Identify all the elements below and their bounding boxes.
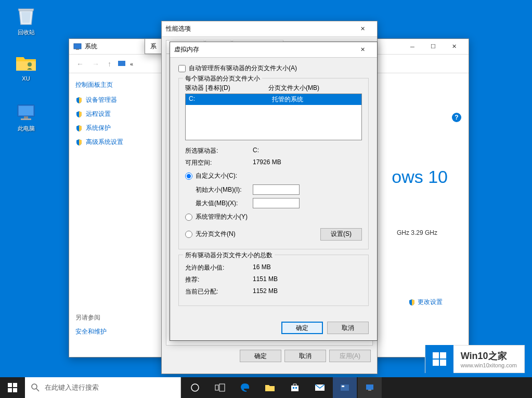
cancel-button[interactable]: 取消	[284, 350, 326, 362]
svg-rect-26	[342, 386, 344, 387]
set-button[interactable]: 设置(S)	[320, 228, 362, 241]
close-button[interactable]: ✕	[352, 22, 373, 36]
perf-title: 性能选项	[166, 24, 191, 33]
search-input[interactable]: 在此键入进行搜索	[25, 377, 181, 398]
shield-icon	[75, 139, 83, 146]
control-panel-icon[interactable]	[358, 377, 382, 398]
search-icon	[31, 383, 40, 392]
system-sidebar: 控制面板主页 设备管理器 远程设置 系统保护 高级系统设置 另请参阅 安全和维护	[69, 73, 147, 357]
maximize-button[interactable]: ☐	[423, 39, 444, 54]
no-paging-input[interactable]	[185, 231, 192, 238]
min-allowed-label: 允许的最小值:	[185, 263, 253, 272]
selected-drive-value: C:	[253, 147, 259, 155]
svg-point-18	[191, 384, 199, 391]
per-drive-group: 每个驱动器的分页文件大小 驱动器 [卷标](D) 分页文件大小(MB) C: 托…	[178, 78, 369, 249]
svg-point-0	[28, 62, 32, 67]
svg-rect-14	[8, 388, 12, 392]
vm-titlebar[interactable]: 虚拟内存 ✕	[170, 42, 377, 58]
totals-legend: 所有驱动器分页文件大小的总数	[183, 251, 275, 260]
system-managed-label: 系统管理的大小(Y)	[196, 213, 248, 221]
minimize-button[interactable]: ─	[402, 39, 423, 54]
ok-button[interactable]: 确定	[240, 350, 281, 362]
recommended-value: 1151 MB	[253, 275, 278, 284]
svg-rect-19	[215, 385, 218, 390]
windows-icon	[8, 383, 17, 392]
svg-rect-27	[366, 384, 373, 390]
this-pc[interactable]: 此电脑	[8, 101, 44, 132]
cancel-button[interactable]: 取消	[327, 322, 369, 334]
no-paging-radio[interactable]: 无分页文件(N)	[185, 230, 320, 238]
drive-col-header: 驱动器 [卷标](D)	[185, 84, 268, 92]
back-arrow-icon[interactable]: ←	[74, 58, 86, 70]
shield-icon	[75, 97, 83, 104]
svg-rect-22	[293, 387, 294, 389]
shield-icon	[408, 299, 416, 306]
start-button[interactable]	[0, 377, 25, 398]
svg-rect-2	[19, 106, 33, 115]
windows10-logo: ows 10	[392, 167, 448, 187]
pc-breadcrumb-icon	[118, 60, 126, 68]
cortana-icon[interactable]	[183, 377, 207, 398]
totals-group: 所有驱动器分页文件大小的总数 允许的最小值: 16 MB 推荐: 1151 MB…	[178, 255, 369, 306]
max-size-input[interactable]	[253, 198, 300, 208]
vm-title: 虚拟内存	[174, 45, 199, 54]
sidebar-item-advanced[interactable]: 高级系统设置	[75, 138, 141, 147]
svg-rect-13	[13, 383, 17, 387]
per-drive-legend: 每个驱动器的分页文件大小	[183, 74, 262, 83]
change-settings-link[interactable]: 更改设置	[408, 298, 443, 307]
custom-size-input[interactable]	[185, 173, 192, 180]
min-allowed-value: 16 MB	[253, 263, 271, 272]
svg-rect-4	[21, 118, 31, 120]
recycle-bin[interactable]: 回收站	[8, 5, 44, 36]
taskbar: 在此键入进行搜索	[0, 377, 532, 398]
allocated-value: 1152 MB	[253, 287, 278, 296]
system-managed-input[interactable]	[185, 214, 192, 221]
task-view-icon[interactable]	[208, 377, 232, 398]
auto-manage-input[interactable]	[178, 65, 186, 72]
mail-icon[interactable]	[308, 377, 332, 398]
ok-button[interactable]: 确定	[281, 322, 323, 334]
system-managed-radio[interactable]: 系统管理的大小(Y)	[185, 213, 362, 221]
shield-icon	[75, 125, 83, 132]
max-size-label: 最大值(MB)(X):	[196, 199, 253, 208]
explorer-icon[interactable]	[258, 377, 282, 398]
user-folder[interactable]: XU	[8, 52, 44, 82]
forward-arrow-icon[interactable]: →	[90, 58, 101, 70]
sidebar-item-protection[interactable]: 系统保护	[75, 124, 141, 132]
sidebar-item-device-manager[interactable]: 设备管理器	[75, 96, 141, 104]
svg-rect-28	[368, 390, 371, 391]
breadcrumb-chevron: «	[130, 61, 133, 67]
edge-icon[interactable]	[233, 377, 257, 398]
drive-letter: C:	[189, 95, 272, 104]
apply-button[interactable]: 应用(A)	[329, 350, 371, 362]
svg-rect-8	[433, 352, 439, 359]
sidebar-item-remote[interactable]: 远程设置	[75, 110, 141, 118]
up-arrow-icon[interactable]: ↑	[106, 58, 113, 70]
perf-titlebar[interactable]: 性能选项 ✕	[162, 21, 377, 37]
close-button[interactable]: ✕	[352, 43, 373, 57]
svg-line-17	[36, 389, 39, 391]
see-also-link[interactable]: 安全和维护	[75, 327, 107, 336]
svg-point-16	[32, 384, 37, 389]
settings-app-icon[interactable]	[333, 377, 357, 398]
recycle-bin-label: 回收站	[18, 29, 35, 35]
initial-size-input[interactable]	[253, 184, 300, 195]
monitor-icon	[15, 101, 37, 123]
svg-rect-20	[219, 384, 225, 391]
drive-list[interactable]: C: 托管的系统	[185, 94, 362, 140]
svg-rect-12	[8, 383, 12, 387]
available-value: 17926 MB	[253, 158, 281, 167]
store-icon[interactable]	[283, 377, 307, 398]
folder-icon	[15, 52, 37, 74]
close-button[interactable]: ✕	[444, 39, 464, 54]
available-label: 可用空间:	[185, 158, 253, 167]
custom-size-radio[interactable]: 自定义大小(C):	[185, 171, 362, 180]
cpu-ghz: GHz 3.29 GHz	[397, 229, 437, 236]
watermark: Win10之家 www.win10xitong.com	[425, 345, 525, 373]
help-icon[interactable]: ?	[452, 113, 461, 122]
watermark-url: www.win10xitong.com	[461, 362, 517, 368]
auto-manage-label: 自动管理所有驱动器的分页文件大小(A)	[189, 64, 297, 73]
drive-row[interactable]: C: 托管的系统	[186, 94, 361, 105]
auto-manage-checkbox[interactable]: 自动管理所有驱动器的分页文件大小(A)	[178, 64, 369, 73]
svg-rect-15	[13, 388, 17, 392]
